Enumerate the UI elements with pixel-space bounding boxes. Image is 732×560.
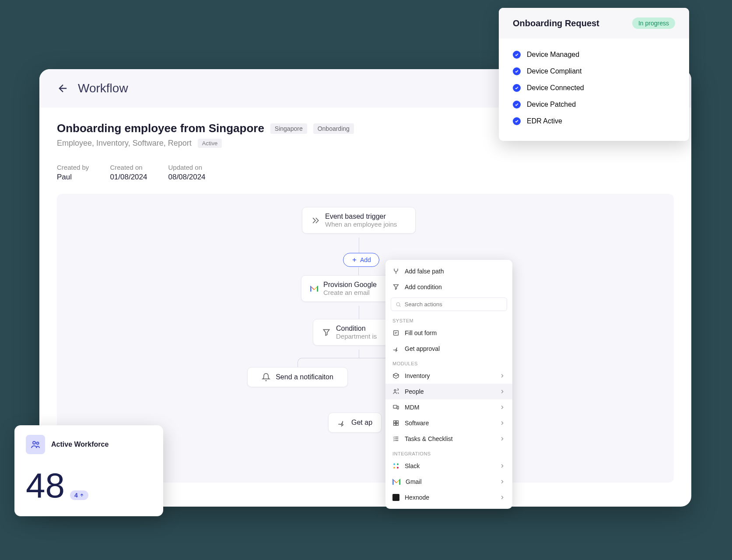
onboarding-header: Onboarding Request In progress bbox=[499, 8, 689, 38]
tag-onboarding[interactable]: Onboarding bbox=[313, 123, 354, 134]
meta-created-by: Created by Paul bbox=[57, 164, 89, 182]
section-modules-header: MODULES bbox=[385, 357, 512, 368]
add-condition-item[interactable]: Add condition bbox=[385, 279, 512, 295]
item-label: EDR Active bbox=[527, 117, 562, 125]
svg-rect-6 bbox=[396, 421, 399, 423]
item-label: Add condition bbox=[405, 284, 442, 290]
action-panel: Add false path Add condition SYSTEM Fill… bbox=[385, 260, 512, 509]
check-icon bbox=[513, 84, 521, 92]
meta-row: Created by Paul Created on 01/08/2024 Up… bbox=[57, 164, 674, 182]
item-label: Get approval bbox=[405, 345, 440, 352]
svg-rect-1 bbox=[394, 331, 399, 336]
page-title: Onboarding employee from Singapore bbox=[57, 122, 264, 135]
approval-node[interactable]: Get ap bbox=[328, 413, 382, 433]
item-label: Inventory bbox=[405, 372, 430, 379]
people-item[interactable]: People bbox=[385, 384, 512, 399]
search-actions[interactable] bbox=[391, 298, 507, 311]
workforce-header: Active Workforce bbox=[26, 435, 152, 454]
people-icon bbox=[392, 388, 399, 395]
notification-node[interactable]: Send a notificaiton bbox=[247, 367, 348, 387]
meta-value: Paul bbox=[57, 173, 89, 182]
node-title: Condition bbox=[336, 325, 377, 332]
inventory-item[interactable]: Inventory bbox=[385, 368, 512, 384]
software-item[interactable]: Software bbox=[385, 415, 512, 431]
node-subtitle: When an employee joins bbox=[325, 220, 397, 228]
checklist-icon bbox=[392, 435, 399, 442]
onboarding-item: Device Patched bbox=[513, 96, 675, 113]
fill-out-form-item[interactable]: Fill out form bbox=[385, 325, 512, 341]
workforce-value: 48 bbox=[26, 468, 65, 503]
check-icon bbox=[513, 51, 521, 59]
svg-point-10 bbox=[37, 442, 39, 444]
check-icon bbox=[513, 101, 521, 108]
get-approval-item[interactable]: Get approval bbox=[385, 341, 512, 357]
branch-icon bbox=[392, 268, 399, 275]
meta-value: 08/08/2024 bbox=[168, 173, 205, 182]
meta-label: Updated on bbox=[168, 164, 205, 171]
svg-rect-3 bbox=[393, 405, 397, 408]
meta-label: Created on bbox=[110, 164, 147, 171]
plus-icon bbox=[351, 257, 357, 263]
filter-icon bbox=[322, 328, 331, 337]
meta-value: 01/08/2024 bbox=[110, 173, 147, 182]
onboarding-request-card: Onboarding Request In progress Device Ma… bbox=[499, 8, 689, 141]
item-label: Software bbox=[405, 420, 429, 427]
onboarding-item: EDR Active bbox=[513, 113, 675, 130]
svg-rect-8 bbox=[396, 424, 399, 426]
onboarding-item: Device Compliant bbox=[513, 63, 675, 80]
onboarding-item: Device Connected bbox=[513, 80, 675, 96]
delta-value: 4 bbox=[74, 492, 78, 499]
item-label: Tasks & Checklist bbox=[405, 435, 453, 442]
node-title: Get ap bbox=[351, 419, 372, 427]
add-false-path-item[interactable]: Add false path bbox=[385, 263, 512, 279]
hexnode-icon bbox=[392, 494, 399, 501]
signature-icon bbox=[392, 345, 399, 352]
tag-singapore[interactable]: Singapore bbox=[270, 123, 307, 134]
bell-icon bbox=[262, 373, 270, 382]
trigger-node[interactable]: Event based trigger When an employee joi… bbox=[302, 207, 416, 234]
svg-rect-4 bbox=[397, 406, 399, 409]
tasks-item[interactable]: Tasks & Checklist bbox=[385, 431, 512, 447]
back-arrow-icon[interactable] bbox=[57, 82, 69, 94]
search-input[interactable] bbox=[405, 301, 502, 308]
meta-created-on: Created on 01/08/2024 bbox=[110, 164, 147, 182]
item-label: Hexnode bbox=[405, 494, 429, 501]
svg-point-9 bbox=[33, 441, 35, 444]
section-system-header: SYSTEM bbox=[385, 314, 512, 325]
section-integrations-header: INTEGRATIONS bbox=[385, 447, 512, 458]
gmail-icon bbox=[392, 479, 400, 485]
people-icon bbox=[30, 439, 41, 450]
chevron-right-icon bbox=[499, 420, 505, 426]
slack-item[interactable]: Slack bbox=[385, 458, 512, 474]
node-subtitle: Create an email bbox=[323, 289, 377, 296]
connector bbox=[359, 306, 359, 319]
slack-icon bbox=[392, 462, 399, 469]
workforce-value-row: 48 4 bbox=[26, 468, 152, 503]
connector bbox=[359, 238, 359, 253]
add-label: Add bbox=[360, 256, 371, 263]
chevron-right-icon bbox=[499, 404, 505, 410]
svg-point-0 bbox=[396, 302, 399, 305]
onboarding-list: Device Managed Device Compliant Device C… bbox=[499, 38, 689, 141]
item-label: Add false path bbox=[405, 268, 444, 275]
svg-rect-5 bbox=[394, 421, 396, 423]
node-title: Send a notificaiton bbox=[276, 373, 333, 381]
gmail-item[interactable]: Gmail bbox=[385, 474, 512, 490]
svg-rect-7 bbox=[394, 424, 396, 426]
add-button[interactable]: Add bbox=[343, 253, 379, 267]
check-icon bbox=[513, 67, 521, 75]
header-title: Workflow bbox=[78, 81, 128, 95]
signature-icon bbox=[337, 418, 346, 427]
mdm-item[interactable]: MDM bbox=[385, 399, 512, 415]
hexnode-item[interactable]: Hexnode bbox=[385, 490, 512, 505]
search-icon bbox=[396, 301, 401, 308]
grid-icon bbox=[392, 420, 399, 427]
box-icon bbox=[392, 372, 399, 379]
item-label: MDM bbox=[405, 404, 419, 411]
workforce-delta: 4 bbox=[70, 490, 88, 500]
connector bbox=[359, 350, 359, 358]
gmail-icon bbox=[310, 286, 318, 292]
svg-point-2 bbox=[394, 389, 396, 391]
onboarding-item: Device Managed bbox=[513, 46, 675, 63]
chevron-right-icon bbox=[499, 479, 505, 485]
